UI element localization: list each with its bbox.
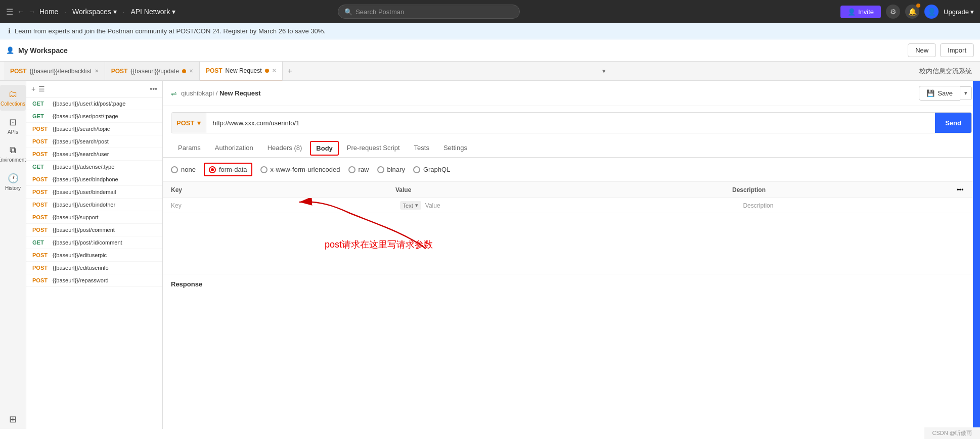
tab-method-2: POST — [111, 68, 128, 75]
save-button[interactable]: 💾 Save — [919, 86, 960, 101]
list-item[interactable]: POST {{baseurl}}/user/bindemail — [26, 186, 162, 199]
breadcrumb-api: qiushibkapi — [181, 89, 214, 97]
list-url: {{baseurl}}/user/bindother — [53, 202, 115, 208]
method-badge: POST — [32, 227, 50, 233]
upgrade-chevron: ▾ — [970, 8, 974, 16]
sidebar-item-apis[interactable]: ⊡ APIs — [0, 113, 26, 139]
radio-none[interactable]: none — [171, 166, 196, 173]
radio-binary[interactable]: binary — [377, 166, 405, 173]
tab-close-3[interactable]: ✕ — [272, 68, 276, 73]
list-item[interactable]: POST {{baseurl}}/search/topic — [26, 123, 162, 135]
list-item[interactable]: GET {{baseurl}}/user/post/:page — [26, 110, 162, 123]
sidebar-item-collections[interactable]: 🗂 Collections — [0, 85, 26, 111]
tab-post-update[interactable]: POST {{baseurl}}/update ✕ — [105, 62, 200, 81]
add-collection-icon[interactable]: + — [31, 85, 35, 93]
list-item[interactable]: POST {{baseurl}}/user/bindphone — [26, 173, 162, 186]
request-tabs: Params Authorization Headers (8) Body Pr… — [163, 139, 980, 158]
list-item[interactable]: POST {{baseurl}}/edituserinfo — [26, 262, 162, 274]
list-item[interactable]: POST {{baseurl}}/post/comment — [26, 224, 162, 236]
method-badge: POST — [32, 138, 50, 144]
radio-raw-label: raw — [359, 166, 369, 173]
kv-type-value: Text ▾ Value — [400, 201, 743, 210]
sidebar-item-apps[interactable]: ⊞ — [0, 410, 26, 429]
forward-icon[interactable]: → — [28, 8, 35, 16]
back-icon[interactable]: ← — [17, 8, 24, 16]
invite-button[interactable]: 👤 Invite — [840, 6, 881, 18]
settings-icon[interactable]: ⚙ — [886, 5, 900, 19]
tab-headers[interactable]: Headers (8) — [260, 140, 309, 157]
more-options-icon[interactable]: ••• — [150, 85, 157, 93]
search-bar[interactable]: 🔍 Search Postman — [338, 5, 520, 19]
kv-key-input[interactable]: Key — [171, 202, 400, 209]
list-item[interactable]: POST {{baseurl}}/search/post — [26, 135, 162, 148]
list-url: {{baseurl}}/user/post/:page — [53, 113, 118, 119]
list-item[interactable]: POST {{baseurl}}/support — [26, 211, 162, 224]
panel-toolbar: + ☰ ••• — [26, 81, 162, 97]
method-badge: GET — [32, 101, 50, 107]
method-badge: POST — [32, 126, 50, 132]
filter-icon[interactable]: ☰ — [38, 85, 45, 93]
sidebar-item-history[interactable]: 🕐 History — [0, 169, 26, 195]
environments-icon: ⧉ — [10, 145, 16, 156]
desc-placeholder: Description — [743, 202, 773, 209]
send-button[interactable]: Send — [935, 113, 971, 133]
col-more-header: ••• — [957, 186, 972, 193]
tab-post-feedbacklist[interactable]: POST {{baseurl}}/feedbacklist ✕ — [4, 62, 105, 81]
list-url: {{baseurl}}/user/bindphone — [53, 176, 118, 182]
tab-close-1[interactable]: ✕ — [95, 68, 99, 74]
tab-pre-request[interactable]: Pre-request Script — [340, 140, 407, 157]
workspace-person-icon: 👤 — [6, 46, 14, 54]
method-badge: POST — [32, 176, 50, 182]
list-item[interactable]: POST {{baseurl}}/edituserpic — [26, 249, 162, 262]
list-item[interactable]: GET {{baseurl}}/adsense/:type — [26, 161, 162, 173]
workspace-name: My Workspace — [18, 46, 68, 55]
method-select[interactable]: POST ▾ — [171, 113, 206, 133]
tab-authorization[interactable]: Authorization — [208, 140, 260, 157]
body-options: none form-data x-www-form-urlencoded raw… — [163, 158, 980, 181]
tabs-overflow-button[interactable]: ▾ — [597, 67, 611, 75]
api-network-menu[interactable]: API Network ▾ — [130, 8, 175, 16]
environments-label: Environments — [0, 157, 28, 163]
notifications-icon[interactable]: 🔔 — [905, 5, 919, 19]
search-icon: 🔍 — [344, 8, 352, 16]
tab-settings[interactable]: Settings — [436, 140, 474, 157]
url-input[interactable] — [206, 113, 935, 133]
list-url: {{baseurl}}/edituserpic — [53, 252, 107, 258]
tab-params[interactable]: Params — [171, 140, 208, 157]
radio-form-data-label: form-data — [219, 166, 247, 173]
kv-row: Key Text ▾ Value Description — [163, 198, 980, 213]
tab-body[interactable]: Body — [310, 141, 339, 156]
new-button[interactable]: New — [908, 43, 936, 57]
tab-new-request[interactable]: POST New Request ✕ — [200, 62, 283, 81]
radio-graphql-label: GraphQL — [423, 166, 450, 173]
sidebar-item-environments[interactable]: ⧉ Environments — [0, 141, 26, 167]
response-label: Response — [171, 280, 202, 288]
list-item[interactable]: POST {{baseurl}}/repassword — [26, 274, 162, 287]
workspace-bar: 👤 My Workspace New Import — [0, 39, 980, 62]
add-tab-button[interactable]: + — [283, 67, 297, 76]
radio-urlencoded[interactable]: x-www-form-urlencoded — [260, 166, 340, 173]
radio-graphql[interactable]: GraphQL — [413, 166, 450, 173]
tab-tests[interactable]: Tests — [407, 140, 436, 157]
hamburger-icon[interactable]: ☰ — [6, 7, 13, 17]
user-avatar[interactable]: 👤 — [924, 5, 939, 19]
top-bar-left: ☰ ← → Home · Workspaces ▾ · API Network … — [6, 7, 175, 17]
list-item[interactable]: GET {{baseurl}}/post/:id/comment — [26, 236, 162, 249]
kv-desc-input[interactable]: Description — [743, 202, 972, 209]
list-url: {{baseurl}}/post/:id/comment — [53, 239, 122, 246]
list-item[interactable]: GET {{baseurl}}/user/:id/post/:page — [26, 97, 162, 110]
kv-type-select[interactable]: Text ▾ — [400, 201, 421, 210]
upgrade-button[interactable]: Upgrade ▾ — [944, 8, 974, 16]
import-button[interactable]: Import — [940, 43, 974, 57]
kv-value-input[interactable]: Value — [425, 202, 440, 209]
workspaces-menu[interactable]: Workspaces ▾ — [72, 8, 117, 16]
radio-form-data[interactable]: form-data — [204, 163, 252, 176]
home-link[interactable]: Home — [39, 8, 58, 16]
radio-dot-graphql — [413, 166, 420, 173]
list-item[interactable]: POST {{baseurl}}/user/bindother — [26, 199, 162, 211]
list-item[interactable]: POST {{baseurl}}/search/user — [26, 148, 162, 161]
radio-raw[interactable]: raw — [348, 166, 369, 173]
breadcrumb-sep: / — [216, 89, 219, 97]
save-dropdown-button[interactable]: ▾ — [960, 86, 972, 100]
tab-close-2[interactable]: ✕ — [189, 68, 193, 74]
